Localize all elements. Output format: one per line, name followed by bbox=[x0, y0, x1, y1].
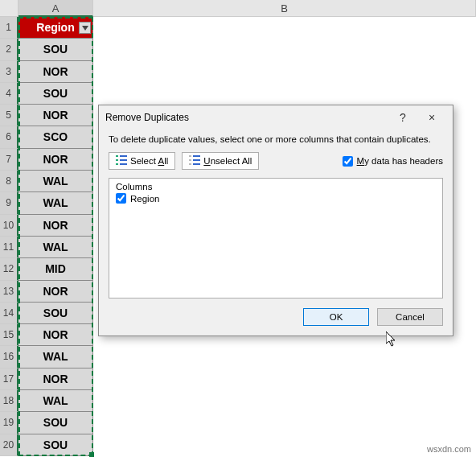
table-cell[interactable]: WAL bbox=[18, 192, 93, 214]
column-header-b[interactable]: B bbox=[93, 0, 476, 17]
table-cell[interactable]: NOR bbox=[18, 368, 93, 390]
dialog-body: To delete duplicate values, select one o… bbox=[99, 130, 453, 298]
table-cell[interactable]: WAL bbox=[18, 390, 93, 412]
row-header[interactable]: 20 bbox=[0, 434, 18, 456]
column-checkbox-label: Region bbox=[130, 194, 159, 204]
column-header-a[interactable]: A bbox=[18, 0, 93, 17]
cancel-button[interactable]: Cancel bbox=[377, 308, 443, 326]
svg-rect-8 bbox=[189, 163, 191, 165]
row-header[interactable]: 10 bbox=[0, 215, 18, 237]
unselect-all-icon bbox=[189, 155, 200, 167]
select-all-corner[interactable] bbox=[0, 0, 18, 17]
dialog-instruction: To delete duplicate values, select one o… bbox=[109, 134, 443, 144]
row-header[interactable]: 12 bbox=[0, 258, 18, 280]
unselect-all-label: Unselect All bbox=[203, 156, 252, 166]
svg-rect-10 bbox=[193, 159, 200, 161]
row-header[interactable]: 14 bbox=[0, 303, 18, 324]
row-header[interactable]: 16 bbox=[0, 346, 18, 368]
row-headers: 1234567891011121314151617181920 bbox=[0, 17, 18, 456]
row-header[interactable]: 1 bbox=[0, 17, 18, 39]
dialog-actions: OK Cancel bbox=[99, 298, 453, 336]
table-cell[interactable]: SOU bbox=[18, 83, 93, 105]
table-header-cell[interactable]: Region bbox=[18, 17, 93, 39]
table-cell[interactable]: SCO bbox=[18, 126, 93, 148]
svg-rect-3 bbox=[120, 155, 127, 157]
svg-rect-1 bbox=[116, 159, 118, 161]
table-cell[interactable]: NOR bbox=[18, 324, 93, 346]
row-header[interactable]: 4 bbox=[0, 83, 18, 105]
column-headers-row: A B bbox=[0, 0, 476, 17]
svg-rect-4 bbox=[120, 159, 127, 161]
columns-listbox-header: Columns bbox=[116, 182, 436, 191]
help-button[interactable]: ? bbox=[388, 105, 417, 130]
svg-rect-9 bbox=[193, 155, 200, 157]
svg-rect-6 bbox=[189, 155, 191, 157]
filter-dropdown-button[interactable] bbox=[79, 22, 91, 34]
row-header[interactable]: 11 bbox=[0, 237, 18, 258]
row-header[interactable]: 19 bbox=[0, 412, 18, 434]
svg-rect-11 bbox=[193, 163, 200, 165]
table-cell[interactable]: NOR bbox=[18, 105, 93, 126]
row-header[interactable]: 15 bbox=[0, 324, 18, 346]
table-cell[interactable]: WAL bbox=[18, 171, 93, 192]
svg-rect-7 bbox=[189, 159, 191, 161]
row-header[interactable]: 7 bbox=[0, 149, 18, 171]
table-cell[interactable]: SOU bbox=[18, 434, 93, 456]
table-cell[interactable]: SOU bbox=[18, 303, 93, 324]
headers-checkbox-label: My data has headers bbox=[357, 156, 443, 166]
column-a-cells: RegionSOUNORSOUNORSCONORWALWALNORWALMIDN… bbox=[18, 17, 93, 456]
table-cell[interactable]: MID bbox=[18, 258, 93, 280]
headers-checkbox-row[interactable]: My data has headers bbox=[343, 156, 443, 167]
columns-listbox[interactable]: Columns Region bbox=[109, 178, 443, 298]
select-all-icon bbox=[116, 155, 127, 167]
select-all-button[interactable]: Select All bbox=[109, 152, 175, 170]
select-all-label: Select All bbox=[130, 156, 168, 166]
watermark: wsxdn.com bbox=[427, 444, 471, 454]
row-header[interactable]: 17 bbox=[0, 368, 18, 390]
close-button[interactable]: × bbox=[417, 105, 446, 130]
svg-rect-0 bbox=[116, 155, 118, 157]
row-header[interactable]: 2 bbox=[0, 39, 18, 60]
table-cell[interactable]: WAL bbox=[18, 346, 93, 368]
table-cell[interactable]: NOR bbox=[18, 149, 93, 171]
svg-rect-2 bbox=[116, 163, 118, 165]
column-checkbox-item[interactable]: Region bbox=[116, 193, 436, 204]
dialog-titlebar[interactable]: Remove Duplicates ? × bbox=[99, 105, 453, 130]
column-checkbox[interactable] bbox=[116, 193, 126, 204]
row-header[interactable]: 13 bbox=[0, 281, 18, 303]
table-cell[interactable]: WAL bbox=[18, 237, 93, 258]
dialog-title: Remove Duplicates bbox=[105, 112, 388, 123]
table-cell[interactable]: SOU bbox=[18, 39, 93, 60]
table-cell[interactable]: NOR bbox=[18, 215, 93, 237]
row-header[interactable]: 9 bbox=[0, 192, 18, 214]
row-header[interactable]: 3 bbox=[0, 61, 18, 83]
row-header[interactable]: 8 bbox=[0, 171, 18, 192]
headers-checkbox[interactable] bbox=[343, 156, 353, 167]
table-cell[interactable]: SOU bbox=[18, 412, 93, 434]
row-header[interactable]: 6 bbox=[0, 126, 18, 148]
svg-rect-5 bbox=[120, 163, 127, 165]
dialog-toolbar: Select All Unselect All My data has head… bbox=[109, 152, 443, 170]
row-header[interactable]: 5 bbox=[0, 105, 18, 126]
table-cell[interactable]: NOR bbox=[18, 281, 93, 303]
row-header[interactable]: 18 bbox=[0, 390, 18, 412]
table-cell[interactable]: NOR bbox=[18, 61, 93, 83]
ok-button[interactable]: OK bbox=[303, 308, 369, 326]
remove-duplicates-dialog: Remove Duplicates ? × To delete duplicat… bbox=[98, 105, 453, 336]
unselect-all-button[interactable]: Unselect All bbox=[182, 152, 259, 170]
